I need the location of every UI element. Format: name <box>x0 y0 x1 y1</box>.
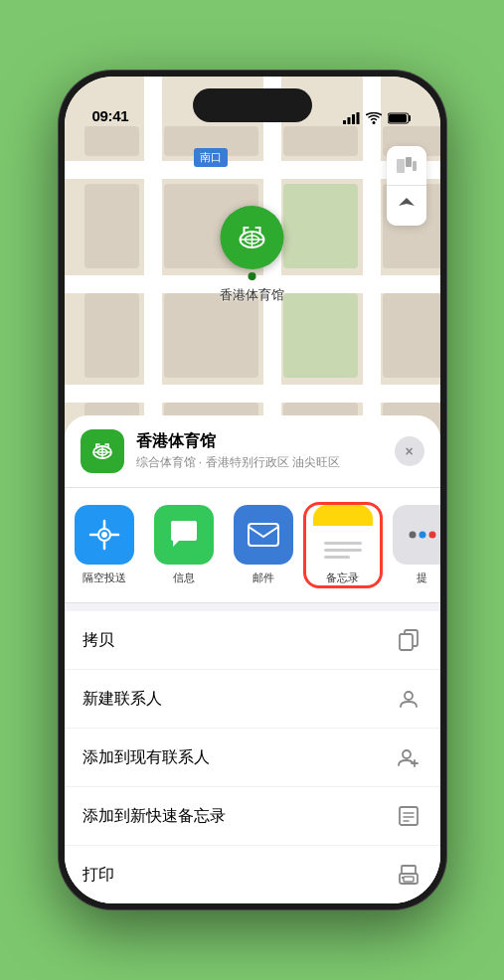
share-messages[interactable]: 信息 <box>144 505 224 585</box>
location-info: 香港体育馆 综合体育馆 · 香港特别行政区 油尖旺区 <box>136 431 383 471</box>
bottom-sheet: 香港体育馆 综合体育馆 · 香港特别行政区 油尖旺区 × <box>65 415 440 903</box>
airdrop-symbol <box>88 519 120 551</box>
venue-icon <box>89 438 115 464</box>
status-icons <box>343 112 413 124</box>
notes-icon <box>313 505 373 565</box>
location-icon <box>81 429 124 473</box>
share-notes[interactable]: 备忘录 <box>303 502 383 588</box>
notes-line <box>324 542 362 545</box>
copy-icon <box>395 626 422 654</box>
svg-rect-25 <box>400 634 413 650</box>
action-print[interactable]: 打印 <box>65 846 440 903</box>
svg-point-21 <box>409 532 416 539</box>
location-icon <box>397 196 417 216</box>
location-button[interactable] <box>387 186 426 226</box>
action-quick-note[interactable]: 添加到新快速备忘录 <box>65 787 440 846</box>
share-row: 隔空投送 信息 <box>65 488 440 603</box>
svg-rect-32 <box>402 866 416 874</box>
airdrop-icon <box>75 505 134 565</box>
mail-label: 邮件 <box>252 571 274 585</box>
map-block <box>283 184 358 268</box>
location-card: 香港体育馆 综合体育馆 · 香港特别行政区 油尖旺区 × <box>65 415 440 488</box>
person-add-icon <box>395 743 422 771</box>
map-block <box>84 184 139 268</box>
svg-point-19 <box>101 532 107 538</box>
status-time: 09:41 <box>92 107 129 124</box>
phone-screen: 09:41 <box>65 77 440 903</box>
location-description: 综合体育馆 · 香港特别行政区 油尖旺区 <box>136 454 383 471</box>
svg-point-22 <box>419 532 425 539</box>
copy-label: 拷贝 <box>83 630 114 651</box>
messages-symbol <box>167 519 201 551</box>
notes-lines <box>324 542 362 559</box>
messages-label: 信息 <box>173 571 195 585</box>
svg-rect-3 <box>356 112 359 124</box>
print-label: 打印 <box>83 865 114 886</box>
stadium-icon <box>235 220 270 255</box>
more-dots-icon <box>408 520 437 550</box>
map-type-button[interactable] <box>387 146 426 186</box>
signal-icon <box>343 112 360 124</box>
map-block <box>84 293 139 378</box>
svg-rect-12 <box>406 157 412 167</box>
pin-dot <box>249 272 256 280</box>
share-airdrop[interactable]: 隔空投送 <box>65 505 144 585</box>
svg-point-4 <box>372 121 375 124</box>
action-add-existing[interactable]: 添加到现有联系人 <box>65 729 440 787</box>
phone-frame: 09:41 <box>59 71 446 909</box>
status-bar: 09:41 <box>65 77 440 130</box>
note-icon <box>395 802 422 830</box>
battery-icon <box>388 112 413 124</box>
mail-icon <box>234 505 293 565</box>
pin-label: 香港体育馆 <box>220 286 284 304</box>
road <box>65 161 440 179</box>
map-controls <box>387 146 426 226</box>
airdrop-label: 隔空投送 <box>83 571 126 585</box>
location-name: 香港体育馆 <box>136 431 383 452</box>
stadium-pin: 香港体育馆 <box>220 206 284 304</box>
wifi-icon <box>366 112 382 124</box>
svg-point-23 <box>428 532 435 539</box>
map-block <box>283 126 358 156</box>
action-copy[interactable]: 拷贝 <box>65 611 440 670</box>
share-more[interactable]: 提 <box>383 505 440 585</box>
map-block <box>84 126 139 156</box>
map-block <box>383 293 440 378</box>
person-icon <box>395 685 422 713</box>
map-block <box>283 293 358 378</box>
action-new-contact[interactable]: 新建联系人 <box>65 670 440 729</box>
map-block <box>164 293 258 378</box>
close-button[interactable]: × <box>395 436 424 466</box>
notes-label: 备忘录 <box>326 571 359 585</box>
messages-icon <box>154 505 214 565</box>
svg-point-26 <box>405 692 413 700</box>
notes-line <box>324 556 351 559</box>
action-list: 拷贝 新建联系人 <box>65 611 440 903</box>
new-contact-label: 新建联系人 <box>83 689 162 710</box>
map-north-label: 南口 <box>194 148 228 167</box>
notes-line <box>324 549 362 552</box>
svg-rect-28 <box>400 807 418 825</box>
road <box>65 385 440 403</box>
share-mail[interactable]: 邮件 <box>224 505 303 585</box>
svg-rect-1 <box>347 117 350 124</box>
map-type-icon <box>396 155 418 177</box>
add-existing-label: 添加到现有联系人 <box>83 747 210 768</box>
svg-rect-0 <box>343 120 346 124</box>
svg-rect-20 <box>249 524 278 546</box>
svg-rect-13 <box>413 161 417 171</box>
pin-circle <box>221 206 284 269</box>
mail-symbol <box>247 522 280 548</box>
quick-note-label: 添加到新快速备忘录 <box>83 806 226 827</box>
printer-icon <box>395 861 422 889</box>
svg-point-27 <box>403 750 411 758</box>
svg-point-35 <box>401 877 403 879</box>
svg-rect-2 <box>352 114 355 124</box>
svg-rect-11 <box>397 159 405 173</box>
more-icon <box>393 505 440 565</box>
svg-rect-6 <box>389 114 407 122</box>
more-label: 提 <box>417 571 427 585</box>
